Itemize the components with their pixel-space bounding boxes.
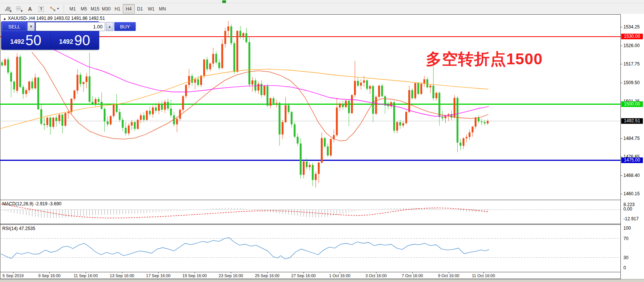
time-label: 17 Sep 16:00 xyxy=(146,273,170,278)
macd-axis-label: -12.917 xyxy=(623,216,639,221)
timeframe-button-D1[interactable]: D1 xyxy=(134,4,146,13)
mt4-terminal: E F A T ▼ M1M5M15M30H1H4D1W1MN ▲XAUUSD-,… xyxy=(0,0,644,282)
buy-price-main: 1492 xyxy=(59,36,73,47)
volume-input[interactable] xyxy=(36,22,105,31)
macd-axis-label: 0.00 xyxy=(623,206,632,212)
buy-button[interactable]: BUY xyxy=(114,22,136,31)
timeframe-button-M5[interactable]: M5 xyxy=(78,4,90,13)
rsi-axis-label: 0 xyxy=(623,265,626,270)
price-tick-label: 1460.15 xyxy=(623,191,640,196)
timeframe-button-H1[interactable]: H1 xyxy=(112,4,123,13)
time-label: 11 Sep 16:00 xyxy=(74,273,98,278)
toolbar: E F A T ▼ M1M5M15M30H1H4D1W1MN xyxy=(0,3,644,14)
time-label: 23 Sep 16:00 xyxy=(219,273,243,278)
ma_red-line xyxy=(32,52,488,141)
collapse-panel-icon[interactable]: ▲ xyxy=(3,17,6,21)
buy-quote[interactable]: 1492 90 xyxy=(51,32,99,49)
price-tick xyxy=(620,46,622,46)
timeframe-button-M15[interactable]: M15 xyxy=(89,4,101,13)
rsi-axis-label: 30 xyxy=(623,255,628,260)
price-tick xyxy=(620,194,622,194)
upper-toolbar-strip xyxy=(0,0,644,3)
grid-tool-icon[interactable]: F xyxy=(13,4,24,13)
timeframe-button-M1[interactable]: M1 xyxy=(67,4,79,13)
price-tick-label: 1468.40 xyxy=(623,173,640,178)
bottom-window-strip xyxy=(0,279,644,282)
timeframe-button-M30[interactable]: M30 xyxy=(100,4,112,13)
rsi-axis-label: 100 xyxy=(623,226,631,231)
price-tick-label: 1509.50 xyxy=(623,80,640,85)
time-label: 27 Sep 16:00 xyxy=(291,273,315,278)
rsi-title: RSI(14) 47.2535 xyxy=(2,226,35,231)
time-label: 9 Oct 16:00 xyxy=(438,273,460,278)
buy-price-pips: 90 xyxy=(74,33,90,47)
time-label: 3 Oct 16:00 xyxy=(366,273,387,278)
price-tag-1492.51: 1492.51 xyxy=(621,118,643,124)
annotation-text: 多空转折点1500 xyxy=(426,49,543,70)
macd-title: MACD(12,26,9) -2.919 -3.690 xyxy=(2,201,61,206)
time-label: 7 Oct 16:00 xyxy=(402,273,423,278)
sell-price-pips: 50 xyxy=(25,33,41,47)
lines-tool-icon[interactable]: E xyxy=(2,4,13,13)
volume-increase-button[interactable]: ▲ xyxy=(106,22,113,31)
text-label-icon[interactable]: A xyxy=(25,4,35,13)
dropdown-caret-icon: ▼ xyxy=(57,7,59,10)
sell-price-main: 1492 xyxy=(10,36,24,47)
ma_magenta-line xyxy=(50,47,489,116)
time-label: 25 Sep 16:00 xyxy=(255,273,279,278)
text-box-icon[interactable]: T xyxy=(36,4,46,13)
time-label: 13 Sep 16:00 xyxy=(110,273,134,278)
price-tag-1475.00: 1475.00 xyxy=(621,157,643,163)
sell-quote[interactable]: 1492 50 xyxy=(2,32,50,49)
time-label: 11 Oct 16:00 xyxy=(472,273,495,278)
timeframe-button-MN[interactable]: MN xyxy=(156,4,168,13)
price-tick-label: 1526.00 xyxy=(623,43,640,48)
chart-title: ▲XAUUSD-,H4 1491.89 1493.02 1491.86 1492… xyxy=(3,16,105,21)
price-tick xyxy=(620,27,622,27)
price-tick xyxy=(620,157,622,157)
toolbar-separator xyxy=(64,5,64,12)
rsi-axis-label: 70 xyxy=(623,236,628,241)
time-label: 5 Sep 2019 xyxy=(3,273,24,278)
timeframe-button-H4[interactable]: H4 xyxy=(123,4,135,13)
price-tick-label: 1534.25 xyxy=(623,24,640,30)
time-label: 1 Oct 16:00 xyxy=(329,273,351,278)
price-tick xyxy=(620,83,622,83)
price-tick xyxy=(620,64,622,64)
time-label: 19 Sep 16:00 xyxy=(182,273,207,278)
price-tag-1530.00: 1530.00 xyxy=(621,34,643,39)
rsi-line xyxy=(1,237,489,259)
sell-button[interactable]: SELL xyxy=(2,22,27,31)
one-click-trade-panel: SELL ▼ ▲ BUY 1492 50 1492 90 xyxy=(1,21,99,50)
time-label: 9 Sep 16:00 xyxy=(38,273,60,278)
price-tag-1500.00: 1500.00 xyxy=(621,101,643,107)
volume-decrease-button[interactable]: ▼ xyxy=(27,22,35,31)
arrows-tool-icon[interactable]: ▼ xyxy=(47,4,62,13)
price-tick-label: 1484.75 xyxy=(623,136,640,141)
price-tick xyxy=(620,138,622,139)
chart-mode-icon xyxy=(222,0,226,3)
timeframe-button-W1[interactable]: W1 xyxy=(145,4,157,13)
price-tick-label: 1517.75 xyxy=(623,61,640,67)
price-tick xyxy=(620,175,622,176)
